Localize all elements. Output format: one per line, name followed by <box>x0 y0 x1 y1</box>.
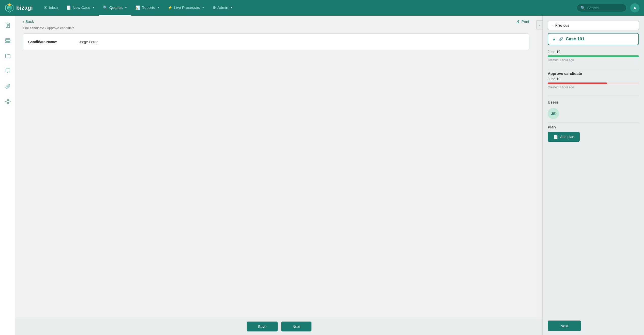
nav-admin[interactable]: ⚙ Admin ▼ <box>209 0 237 16</box>
case-title: Case 101 <box>566 37 585 42</box>
sidebar-item-chat[interactable] <box>3 66 13 76</box>
clip-icon <box>5 83 11 89</box>
liveprocesses-caret: ▼ <box>202 6 205 9</box>
svg-line-20 <box>7 102 7 103</box>
queries-icon: 🔍 <box>103 5 108 10</box>
flow-icon <box>5 99 11 104</box>
created-text-1: Created 1 hour ago <box>548 58 639 62</box>
divider-3 <box>548 123 639 123</box>
progress-fill-green <box>548 55 639 57</box>
sidebar-item-folder[interactable] <box>3 51 13 61</box>
svg-line-18 <box>8 100 9 102</box>
plan-section: Plan 📄 Add plan <box>543 125 644 145</box>
search-input[interactable] <box>587 6 623 10</box>
queries-caret: ▼ <box>125 6 127 9</box>
users-section-title: Users <box>543 98 644 106</box>
case-section-1: June 19 Created 1 hour ago <box>543 50 644 67</box>
breadcrumb: Hire candidate › Approve candidate <box>16 24 536 30</box>
back-arrow-icon: ‹ <box>23 19 24 24</box>
search-box[interactable]: 🔍 <box>577 4 627 12</box>
nav-newcase[interactable]: 📄 New Case ▼ <box>62 0 99 16</box>
topnav-right: 🔍 A <box>577 3 639 12</box>
form-footer: Save Next <box>16 318 536 335</box>
add-plan-icon: 📄 <box>553 135 558 139</box>
main-content: ‹ Back 🖨 Print Hire candidate › Approve … <box>16 16 536 335</box>
add-plan-button[interactable]: 📄 Add plan <box>548 132 580 142</box>
reports-icon: 📊 <box>135 5 140 10</box>
created-text-2: Created 1 hour ago <box>548 86 639 89</box>
share-icon: 🔗 <box>558 37 563 41</box>
logo-icon <box>5 3 14 13</box>
svg-rect-12 <box>6 42 10 43</box>
candidate-name-row: Candidate Name: Jorge Perez <box>28 40 524 44</box>
svg-point-16 <box>7 103 8 104</box>
nav-queries[interactable]: 🔍 Queries ▼ <box>99 0 131 16</box>
avatar[interactable]: A <box>630 3 639 12</box>
newcase-caret: ▼ <box>92 6 95 9</box>
chevron-right-icon: › <box>539 23 540 27</box>
candidate-name-label: Candidate Name: <box>28 40 79 44</box>
sidebar-item-list[interactable] <box>3 36 13 46</box>
case-card[interactable]: ★ 🔗 Case 101 <box>548 33 639 45</box>
divider-1 <box>548 69 639 69</box>
inbox-icon: ✉ <box>44 5 47 10</box>
approve-section: Approve candidate June 19 Created 1 hour… <box>543 71 644 94</box>
form-card: Candidate Name: Jorge Perez <box>23 34 529 50</box>
svg-point-13 <box>5 101 7 102</box>
chat-icon <box>5 68 11 74</box>
app-body: ‹ Back 🖨 Print Hire candidate › Approve … <box>0 16 644 335</box>
print-icon: 🖨 <box>516 19 520 24</box>
divider-2 <box>548 96 639 96</box>
chevron-left-icon: ‹ <box>553 23 554 27</box>
nav-reports[interactable]: 📊 Reports ▼ <box>131 0 164 16</box>
back-button[interactable]: ‹ Back <box>23 19 34 24</box>
progress-fill-red <box>548 82 607 84</box>
logo-text: bizagi <box>16 5 33 11</box>
approve-date: June 19 <box>548 77 639 81</box>
reports-caret: ▼ <box>157 6 160 9</box>
svg-line-19 <box>8 102 9 103</box>
svg-line-17 <box>7 100 7 102</box>
previous-button[interactable]: ‹ Previous <box>548 21 639 30</box>
progress-bar-green <box>548 55 639 57</box>
case-date-1: June 19 <box>548 50 639 54</box>
right-panel: ‹ Previous ★ 🔗 Case 101 June 19 Created … <box>542 16 644 335</box>
panel-toggle-button[interactable]: › <box>536 20 542 29</box>
nav-liveprocesses[interactable]: ⚡ Live Processes ▼ <box>164 0 209 16</box>
save-button[interactable]: Save <box>247 322 278 331</box>
sidebar <box>0 16 16 335</box>
form-header: ‹ Back 🖨 Print <box>16 16 536 24</box>
document-icon <box>5 23 11 28</box>
list-icon <box>5 38 11 43</box>
star-icon: ★ <box>552 37 556 42</box>
folder-icon <box>5 53 11 59</box>
sidebar-item-attachments[interactable] <box>3 81 13 91</box>
sidebar-item-documents[interactable] <box>3 20 13 30</box>
nav-items: ✉ Inbox 📄 New Case ▼ 🔍 Queries ▼ 📊 Repor… <box>40 0 577 16</box>
panel-next-button[interactable]: Next <box>548 321 581 331</box>
svg-marker-2 <box>7 4 11 6</box>
topnav: bizagi ✉ Inbox 📄 New Case ▼ 🔍 Queries ▼ … <box>0 0 644 16</box>
progress-bar-red <box>548 82 639 84</box>
liveprocesses-icon: ⚡ <box>168 5 172 10</box>
plan-title: Plan <box>548 125 639 129</box>
panel-footer: Next <box>543 316 644 335</box>
logo[interactable]: bizagi <box>5 3 33 13</box>
admin-icon: ⚙ <box>213 5 216 10</box>
svg-point-15 <box>9 101 10 102</box>
svg-point-14 <box>7 99 8 101</box>
search-icon: 🔍 <box>580 6 585 10</box>
admin-caret: ▼ <box>230 6 233 9</box>
candidate-name-value: Jorge Perez <box>79 40 98 44</box>
next-button[interactable]: Next <box>281 322 311 331</box>
print-button[interactable]: 🖨 Print <box>516 19 529 24</box>
newcase-icon: 📄 <box>66 5 71 10</box>
sidebar-item-flow[interactable] <box>3 96 13 107</box>
svg-rect-11 <box>6 40 10 41</box>
nav-inbox[interactable]: ✉ Inbox <box>40 0 62 16</box>
user-avatar-je[interactable]: JE <box>548 108 559 119</box>
approve-title: Approve candidate <box>548 71 639 76</box>
svg-rect-10 <box>6 39 10 40</box>
